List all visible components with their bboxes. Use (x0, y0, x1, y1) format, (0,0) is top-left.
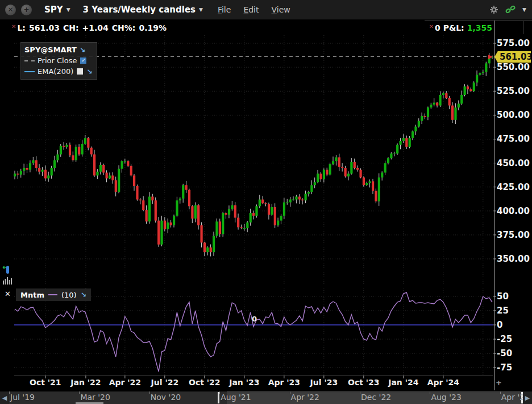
candle[interactable] (179, 199, 181, 200)
candle[interactable] (102, 165, 105, 172)
candle[interactable] (350, 162, 352, 174)
candle[interactable] (115, 180, 117, 192)
candle[interactable] (390, 154, 392, 158)
candle[interactable] (47, 175, 49, 178)
candle[interactable] (176, 200, 178, 216)
candle[interactable] (347, 174, 350, 176)
candle[interactable] (344, 168, 347, 176)
candle[interactable] (160, 221, 163, 245)
chart-tool-icon[interactable] (2, 265, 13, 275)
candle[interactable] (109, 175, 111, 178)
candle[interactable] (148, 197, 151, 222)
candle[interactable] (173, 216, 175, 225)
candle[interactable] (387, 158, 389, 163)
candle[interactable] (206, 248, 209, 252)
candle[interactable] (473, 83, 475, 91)
candle[interactable] (81, 144, 83, 155)
candle[interactable] (191, 206, 193, 219)
candle[interactable] (378, 178, 380, 201)
candle[interactable] (323, 170, 325, 179)
candle[interactable] (127, 161, 129, 166)
prior-close-checkbox[interactable]: ✓ (80, 57, 87, 64)
axis-plus-icon[interactable]: + (496, 378, 502, 387)
candle[interactable] (329, 164, 331, 175)
candle[interactable] (399, 141, 401, 145)
candle[interactable] (182, 185, 184, 199)
candle[interactable] (72, 155, 74, 160)
candle[interactable] (99, 165, 102, 172)
candle[interactable] (164, 221, 166, 229)
candle[interactable] (252, 213, 255, 216)
candle[interactable] (479, 73, 481, 75)
candle[interactable] (467, 86, 469, 89)
candle[interactable] (210, 248, 212, 252)
candle[interactable] (69, 145, 71, 156)
candle[interactable] (286, 203, 288, 203)
scroll-handle-left[interactable] (218, 392, 219, 403)
candle[interactable] (265, 203, 267, 204)
candle[interactable] (384, 163, 386, 173)
candle[interactable] (271, 207, 273, 215)
candle[interactable] (197, 205, 200, 225)
candle[interactable] (93, 154, 95, 175)
candle[interactable] (90, 148, 93, 155)
candle[interactable] (414, 127, 417, 131)
candle[interactable] (393, 154, 396, 154)
candle[interactable] (16, 174, 19, 175)
candle[interactable] (277, 221, 279, 225)
candle[interactable] (314, 182, 316, 185)
momentum-close-button[interactable]: ✕ (5, 290, 11, 298)
candle[interactable] (250, 213, 252, 222)
candle[interactable] (418, 121, 420, 126)
candle[interactable] (365, 183, 368, 185)
ema-checkbox[interactable]: ✓ (76, 68, 84, 75)
candle[interactable] (120, 161, 123, 168)
candle[interactable] (305, 193, 307, 200)
candle[interactable] (240, 227, 242, 228)
candle[interactable] (280, 216, 282, 220)
candle[interactable] (35, 160, 38, 167)
candle[interactable] (261, 200, 264, 204)
candle[interactable] (222, 213, 224, 234)
candle[interactable] (439, 95, 441, 106)
candle[interactable] (433, 102, 435, 104)
candle[interactable] (301, 200, 304, 201)
candle[interactable] (409, 138, 411, 147)
candle[interactable] (118, 169, 120, 192)
candle[interactable] (151, 197, 153, 201)
legend-row-prior-close[interactable]: Prior Close ✓ (24, 55, 92, 66)
candle[interactable] (157, 221, 160, 245)
candle[interactable] (298, 197, 301, 200)
candle[interactable] (32, 160, 34, 163)
candle[interactable] (274, 207, 276, 225)
candle[interactable] (289, 200, 292, 203)
candle[interactable] (41, 170, 43, 171)
candle[interactable] (319, 174, 322, 179)
candle[interactable] (421, 116, 423, 121)
candle[interactable] (354, 162, 356, 168)
candle[interactable] (185, 185, 188, 189)
candle[interactable] (225, 213, 227, 215)
candle[interactable] (213, 236, 215, 253)
candle[interactable] (469, 89, 472, 91)
candle[interactable] (259, 200, 261, 207)
candle[interactable] (412, 131, 414, 138)
candle[interactable] (23, 168, 25, 171)
candle[interactable] (203, 242, 206, 252)
candle[interactable] (26, 168, 28, 170)
candle[interactable] (445, 93, 447, 98)
candle[interactable] (155, 200, 157, 220)
legend-row-ema[interactable]: EMA(200) ✓ ↘ (24, 66, 92, 77)
candle[interactable] (454, 108, 456, 120)
candle[interactable] (219, 221, 221, 234)
candle[interactable] (167, 222, 169, 229)
candle[interactable] (476, 75, 478, 83)
candle[interactable] (44, 170, 47, 178)
candle[interactable] (268, 204, 270, 215)
candle[interactable] (237, 218, 239, 228)
candle[interactable] (317, 174, 319, 182)
candle[interactable] (234, 205, 236, 218)
candle[interactable] (295, 197, 297, 200)
candle[interactable] (53, 160, 56, 167)
candle[interactable] (326, 170, 328, 174)
